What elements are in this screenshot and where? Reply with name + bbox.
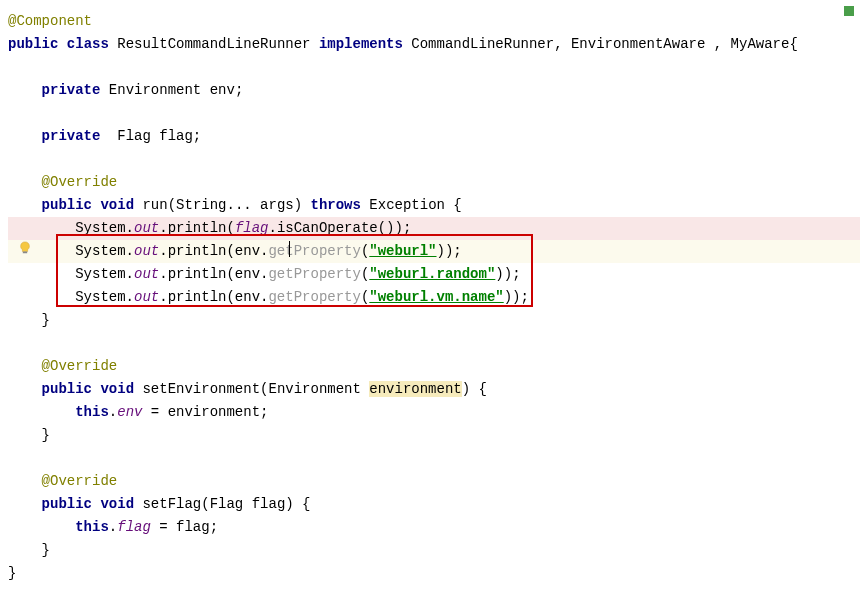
params: (String... args) xyxy=(168,197,302,213)
type-ref: EnvironmentAware xyxy=(571,36,705,52)
method-call: getProperty xyxy=(268,266,360,282)
method-name: run xyxy=(142,197,167,213)
code-text: System. xyxy=(8,289,134,305)
code-line[interactable]: @Override xyxy=(8,355,860,378)
exception-type: Exception xyxy=(369,197,445,213)
static-field: out xyxy=(134,266,159,282)
string-literal: "weburl.random" xyxy=(369,266,495,282)
field-name: env xyxy=(210,82,235,98)
code-line[interactable]: private Environment env; xyxy=(8,79,860,102)
keyword: public xyxy=(42,197,92,213)
paren: ) xyxy=(462,381,470,397)
keyword: public xyxy=(42,496,92,512)
code-line[interactable]: } xyxy=(8,539,860,562)
params: (Environment xyxy=(260,381,369,397)
method-call: getProperty xyxy=(268,243,360,259)
string-literal: "weburl.vm.name" xyxy=(369,289,503,305)
code-line[interactable]: @Override xyxy=(8,470,860,493)
code-line[interactable]: public void setEnvironment(Environment e… xyxy=(8,378,860,401)
code-line[interactable]: System.out.println(env.getProperty("webu… xyxy=(8,240,860,263)
code-line[interactable]: @Component xyxy=(8,10,860,33)
dot: . xyxy=(109,404,117,420)
svg-rect-0 xyxy=(23,252,27,254)
static-field: out xyxy=(134,220,159,236)
class-name: ResultCommandLineRunner xyxy=(117,36,310,52)
code-line[interactable] xyxy=(8,56,860,79)
code-text: = flag; xyxy=(151,519,218,535)
brace: { xyxy=(470,381,487,397)
code-line[interactable]: } xyxy=(8,562,860,585)
type-ref: Environment xyxy=(109,82,201,98)
code-text: .println( xyxy=(159,220,235,236)
param-name: environment xyxy=(369,381,461,397)
semicolon: ; xyxy=(193,128,201,144)
brace: } xyxy=(8,427,50,443)
keyword: throws xyxy=(311,197,361,213)
field-ref: flag xyxy=(117,519,151,535)
type-ref: MyAware xyxy=(731,36,790,52)
keyword: this xyxy=(75,519,109,535)
code-line[interactable]: public void run(String... args) throws E… xyxy=(8,194,860,217)
dot: . xyxy=(109,519,117,535)
code-line[interactable]: this.flag = flag; xyxy=(8,516,860,539)
brace: { xyxy=(445,197,462,213)
string-literal: "weburl" xyxy=(369,243,436,259)
code-line[interactable]: this.env = environment; xyxy=(8,401,860,424)
code-text: )); xyxy=(437,243,462,259)
code-text: .println(env. xyxy=(159,289,268,305)
code-line[interactable] xyxy=(8,102,860,125)
annotation-text: @Override xyxy=(42,358,118,374)
code-text: )); xyxy=(495,266,520,282)
code-text: )); xyxy=(504,289,529,305)
code-text: .println(env. xyxy=(159,243,268,259)
keyword: void xyxy=(100,381,134,397)
semicolon: ; xyxy=(235,82,243,98)
field-name: flag xyxy=(159,128,193,144)
code-line[interactable]: System.out.println(env.getProperty("webu… xyxy=(8,263,860,286)
field-ref: flag xyxy=(235,220,269,236)
code-line[interactable]: } xyxy=(8,309,860,332)
brace: } xyxy=(8,565,16,581)
keyword: public xyxy=(8,36,58,52)
type-ref: CommandLineRunner xyxy=(411,36,554,52)
annotation-text: @Component xyxy=(8,13,92,29)
method-name: setFlag xyxy=(142,496,201,512)
annotation-text: @Override xyxy=(42,473,118,489)
method-name: setEnvironment xyxy=(142,381,260,397)
type-ref: Flag xyxy=(117,128,151,144)
code-line[interactable] xyxy=(8,447,860,470)
code-line[interactable]: public class ResultCommandLineRunner imp… xyxy=(8,33,860,56)
code-text: System. xyxy=(8,220,134,236)
brace: } xyxy=(8,312,50,328)
keyword: void xyxy=(100,197,134,213)
brace: { xyxy=(789,36,797,52)
keyword: void xyxy=(100,496,134,512)
method-call: getProperty xyxy=(268,289,360,305)
code-text: System. xyxy=(8,266,134,282)
code-line[interactable]: } xyxy=(8,424,860,447)
code-editor[interactable]: @Component public class ResultCommandLin… xyxy=(0,0,860,585)
keyword: private xyxy=(42,82,101,98)
code-line[interactable]: System.out.println(env.getProperty("webu… xyxy=(8,286,860,309)
keyword: class xyxy=(67,36,109,52)
brace: { xyxy=(294,496,311,512)
code-line[interactable]: private Flag flag; xyxy=(8,125,860,148)
code-line[interactable] xyxy=(8,148,860,171)
code-text: = environment; xyxy=(142,404,268,420)
code-line[interactable]: public void setFlag(Flag flag) { xyxy=(8,493,860,516)
annotation-text: @Override xyxy=(42,174,118,190)
static-field: out xyxy=(134,243,159,259)
keyword: this xyxy=(75,404,109,420)
brace: } xyxy=(8,542,50,558)
keyword: public xyxy=(42,381,92,397)
params: (Flag flag) xyxy=(201,496,293,512)
text-cursor xyxy=(289,241,290,257)
code-text: .isCanOperate()); xyxy=(268,220,411,236)
keyword: private xyxy=(42,128,101,144)
code-line[interactable] xyxy=(8,332,860,355)
code-text: .println(env. xyxy=(159,266,268,282)
static-field: out xyxy=(134,289,159,305)
code-line[interactable]: System.out.println(flag.isCanOperate()); xyxy=(8,217,860,240)
code-line[interactable]: @Override xyxy=(8,171,860,194)
intention-bulb-icon[interactable] xyxy=(18,240,32,254)
